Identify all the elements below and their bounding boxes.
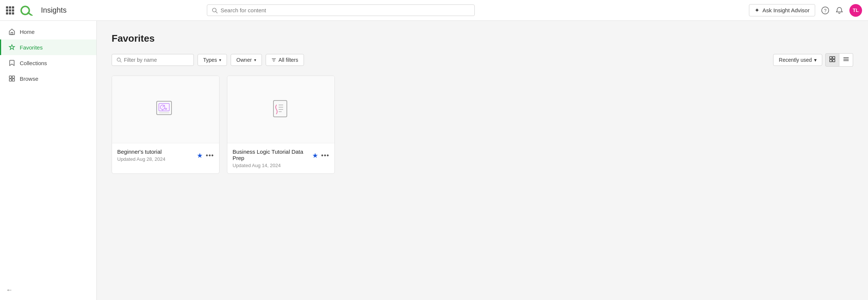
app-title: Insights <box>41 6 67 15</box>
grid-view-icon <box>829 56 835 62</box>
types-filter-button[interactable]: Types ▾ <box>198 54 227 66</box>
card-title-1: Beginner's tutorial <box>117 149 197 155</box>
search-input[interactable] <box>221 7 470 13</box>
sidebar-item-label: Favorites <box>20 44 43 51</box>
card-title-2: Business Logic Tutorial Data Prep <box>233 149 312 161</box>
card-actions-1: ★ ••• <box>197 151 214 160</box>
search-bar[interactable] <box>207 4 475 16</box>
svg-rect-7 <box>9 76 12 78</box>
sort-label: Recently used <box>779 57 812 63</box>
svg-rect-9 <box>9 79 12 81</box>
card-info-row-1: Beginner's tutorial Updated Aug 28, 2024… <box>117 149 214 162</box>
svg-line-12 <box>120 61 122 63</box>
svg-line-3 <box>216 12 217 13</box>
all-filters-button[interactable]: All filters <box>266 54 304 66</box>
svg-rect-17 <box>833 57 835 59</box>
more-options-1[interactable]: ••• <box>206 152 214 160</box>
collapse-icon: ← <box>6 286 13 294</box>
star-icon <box>9 44 15 51</box>
sidebar-item-label: Home <box>20 29 35 35</box>
svg-rect-18 <box>830 60 832 62</box>
insight-advisor-label: Ask Insight Advisor <box>762 7 810 13</box>
layout: Home Favorites Collections <box>0 21 868 300</box>
card-updated-1: Updated Aug 28, 2024 <box>117 156 197 162</box>
svg-rect-10 <box>12 79 15 81</box>
sidebar-item-home[interactable]: Home <box>0 24 96 39</box>
sparkle-icon: ✦ <box>755 7 759 14</box>
view-toggle <box>825 53 853 67</box>
card-business-logic[interactable]: Business Logic Tutorial Data Prep Update… <box>227 76 335 174</box>
svg-text:?: ? <box>824 8 827 13</box>
qlik-logo[interactable] <box>19 5 36 16</box>
sidebar-item-browse[interactable]: Browse <box>0 71 96 86</box>
topnav: Insights ✦ Ask Insight Advisor ? TL <box>0 0 868 21</box>
card-info-row-2: Business Logic Tutorial Data Prep Update… <box>233 149 329 168</box>
owner-filter-button[interactable]: Owner ▾ <box>231 54 262 66</box>
owner-chevron-icon: ▾ <box>254 58 256 63</box>
svg-rect-30 <box>273 100 287 117</box>
card-info-2: Business Logic Tutorial Data Prep Update… <box>227 143 334 173</box>
filter-bar: Types ▾ Owner ▾ All filters Recently use… <box>112 53 853 67</box>
sidebar-item-label: Collections <box>20 60 47 66</box>
svg-rect-6 <box>11 32 13 35</box>
sort-chevron-icon: ▾ <box>814 57 817 63</box>
sidebar: Home Favorites Collections <box>0 21 97 300</box>
cards-grid: Beginner's tutorial Updated Aug 28, 2024… <box>112 76 853 174</box>
svg-rect-27 <box>165 108 167 110</box>
topnav-left: Insights <box>6 5 67 16</box>
types-label: Types <box>203 57 217 63</box>
more-options-2[interactable]: ••• <box>321 152 329 160</box>
card-actions-2: ★ ••• <box>312 151 329 160</box>
favorite-star-1[interactable]: ★ <box>197 151 203 160</box>
user-avatar[interactable]: TL <box>849 4 862 17</box>
insight-advisor-button[interactable]: ✦ Ask Insight Advisor <box>749 4 815 16</box>
help-icon[interactable]: ? <box>821 6 829 15</box>
svg-line-1 <box>28 13 32 16</box>
app-icon-1 <box>154 98 177 121</box>
list-view-icon <box>843 56 849 62</box>
filter-icon <box>271 57 276 63</box>
svg-rect-28 <box>162 109 163 111</box>
card-thumbnail-1 <box>112 76 219 143</box>
card-beginners-tutorial[interactable]: Beginner's tutorial Updated Aug 28, 2024… <box>112 76 220 174</box>
svg-rect-19 <box>833 60 835 62</box>
card-text-1: Beginner's tutorial Updated Aug 28, 2024 <box>117 149 197 162</box>
filter-name-field[interactable] <box>124 57 189 63</box>
grid-view-button[interactable] <box>825 53 839 67</box>
notifications-icon[interactable] <box>835 6 843 15</box>
svg-rect-29 <box>159 112 169 113</box>
topnav-right: ✦ Ask Insight Advisor ? TL <box>749 4 862 17</box>
sort-button[interactable]: Recently used ▾ <box>773 54 822 66</box>
page-title: Favorites <box>112 33 853 44</box>
list-view-button[interactable] <box>839 53 853 67</box>
svg-rect-8 <box>12 76 15 78</box>
bookmark-icon <box>9 60 15 66</box>
filter-right: Recently used ▾ <box>773 53 853 67</box>
home-icon <box>9 28 15 35</box>
apps-grid-icon[interactable] <box>6 6 14 15</box>
svg-rect-16 <box>830 57 832 59</box>
browse-icon <box>9 75 15 82</box>
card-updated-2: Updated Aug 14, 2024 <box>233 163 312 168</box>
types-chevron-icon: ▾ <box>219 58 221 63</box>
search-icon <box>212 7 218 13</box>
card-thumbnail-2 <box>227 76 334 143</box>
script-icon <box>269 98 293 121</box>
main-content: Favorites Types ▾ Owner ▾ <box>97 21 868 300</box>
filter-by-name-input[interactable] <box>112 54 194 66</box>
user-initials: TL <box>853 7 859 13</box>
sidebar-item-favorites[interactable]: Favorites <box>0 39 96 55</box>
card-info-1: Beginner's tutorial Updated Aug 28, 2024… <box>112 143 219 167</box>
favorite-star-2[interactable]: ★ <box>312 151 318 160</box>
owner-label: Owner <box>236 57 252 63</box>
sidebar-item-label: Browse <box>20 76 38 82</box>
all-filters-label: All filters <box>279 57 298 63</box>
sidebar-item-collections[interactable]: Collections <box>0 55 96 71</box>
filter-search-icon <box>116 57 122 63</box>
collapse-sidebar-button[interactable]: ← <box>6 286 13 294</box>
card-text-2: Business Logic Tutorial Data Prep Update… <box>233 149 312 168</box>
